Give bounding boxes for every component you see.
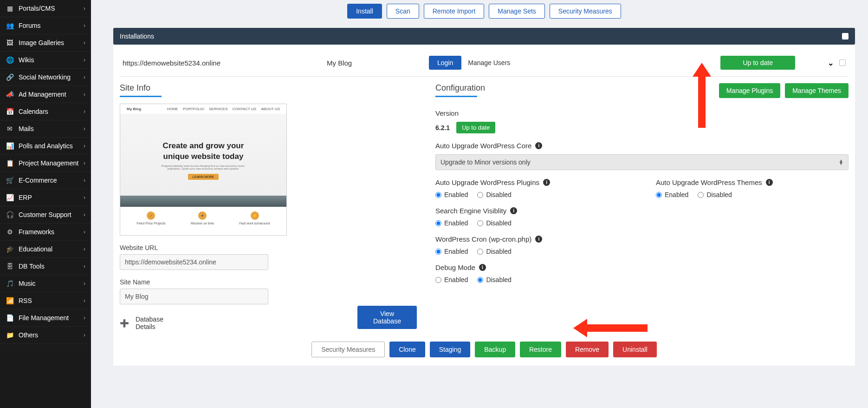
auto-themes-label: Auto Upgrade WordPress Themes (656, 178, 762, 186)
chevron-right-icon: › (84, 22, 85, 29)
sidebar-item-label: Wikis (19, 56, 34, 64)
sidebar-item-calendars[interactable]: 📅Calendars› (0, 103, 91, 120)
auto-themes-disabled-radio[interactable]: Disabled (698, 191, 732, 198)
chevron-right-icon: › (84, 211, 85, 218)
clone-button[interactable]: Clone (389, 342, 425, 357)
chevron-right-icon: › (84, 297, 85, 304)
staging-button[interactable]: Staging (430, 342, 470, 357)
sidebar-item-ecommerce[interactable]: 🛒E-Commerce› (0, 172, 91, 189)
tab-remote-import[interactable]: Remote Import (424, 4, 485, 19)
chevron-right-icon: › (84, 246, 85, 252)
auto-core-select[interactable]: Upgrade to Minor versions only ▲▼ (435, 154, 849, 170)
sidebar-item-project-management[interactable]: 📋Project Management› (0, 155, 91, 172)
login-button[interactable]: Login (429, 56, 461, 70)
sidebar-item-erp[interactable]: 📈ERP› (0, 189, 91, 206)
chevron-right-icon: › (84, 57, 85, 63)
minimize-icon[interactable] (842, 33, 849, 39)
manage-users-link[interactable]: Manage Users (468, 59, 510, 66)
info-icon[interactable]: i (543, 179, 550, 186)
tab-scan[interactable]: Scan (387, 4, 419, 19)
select-checkbox[interactable] (839, 59, 846, 66)
chevron-right-icon: › (84, 5, 85, 12)
restore-button[interactable]: Restore (520, 342, 561, 357)
uptodate-button[interactable]: Up to date (720, 56, 795, 70)
info-icon[interactable]: i (510, 207, 517, 214)
grad-cap-icon: 🎓 (6, 245, 14, 253)
install-url[interactable]: https://demowebsite5234.online (123, 59, 327, 67)
sidebar-item-rss[interactable]: 📶RSS› (0, 292, 91, 309)
auto-plugins-disabled-radio[interactable]: Disabled (477, 191, 511, 198)
info-icon[interactable]: i (766, 179, 773, 186)
uninstall-button[interactable]: Uninstall (613, 342, 657, 357)
preview-menu: HOME PORTFOLIO SERVICES CONTACT US ABOUT… (163, 107, 280, 111)
chevron-right-icon: › (84, 315, 85, 321)
megaphone-icon: 📣 (6, 90, 14, 99)
sidebar-item-mails[interactable]: ✉Mails› (0, 120, 91, 138)
view-database-button[interactable]: View Database (357, 306, 417, 329)
database-details-toggle[interactable]: ➕ Database Details (120, 316, 181, 330)
website-url-input[interactable] (120, 254, 268, 270)
site-name-input[interactable] (120, 289, 268, 304)
rss-icon: 📶 (6, 296, 14, 305)
sidebar-item-image-galleries[interactable]: 🖼Image Galleries› (0, 34, 91, 52)
security-measures-button[interactable]: Security Measures (311, 342, 385, 357)
sidebar-item-educational[interactable]: 🎓Educational› (0, 241, 91, 258)
tab-security-measures[interactable]: Security Measures (550, 4, 621, 19)
info-icon[interactable]: i (535, 142, 542, 149)
clipboard-icon: 📋 (6, 159, 14, 167)
sidebar-item-others[interactable]: 📁Others› (0, 327, 91, 344)
share-icon: 🔗 (6, 73, 14, 81)
auto-plugins-enabled-radio[interactable]: Enabled (435, 191, 468, 198)
seo-disabled-radio[interactable]: Disabled (477, 219, 511, 227)
sidebar-item-label: Music (19, 280, 36, 287)
chevron-right-icon: › (84, 332, 85, 338)
info-icon[interactable]: i (535, 236, 542, 243)
gear-icon: ⚙ (6, 228, 14, 236)
cron-enabled-radio[interactable]: Enabled (435, 248, 468, 255)
backup-button[interactable]: Backup (475, 342, 515, 357)
installation-card: https://demowebsite5234.online My Blog L… (113, 45, 855, 366)
bar-chart-icon: 📊 (6, 142, 14, 150)
music-icon: 🎵 (6, 279, 14, 288)
layout-grid-icon: ▦ (6, 4, 14, 13)
site-info-panel: Site Info My Blog HOME PORTFOLIO SERVICE… (120, 83, 417, 330)
configuration-panel: Configuration Manage Plugins Manage Them… (435, 83, 849, 330)
calendar-icon: 📅 (6, 107, 14, 116)
installations-header: Installations (113, 28, 855, 45)
sidebar-item-customer-support[interactable]: 🎧Customer Support› (0, 206, 91, 224)
auto-plugins-label: Auto Upgrade WordPress Plugins (435, 178, 539, 186)
globe-icon: 🌐 (6, 56, 14, 64)
sidebar-item-wikis[interactable]: 🌐Wikis› (0, 52, 91, 69)
info-icon[interactable]: i (479, 264, 486, 271)
remove-button[interactable]: Remove (566, 342, 609, 357)
sidebar-item-portals-cms[interactable]: ▦Portals/CMS› (0, 0, 91, 17)
auto-themes-enabled-radio[interactable]: Enabled (656, 191, 688, 198)
sidebar-item-polls-analytics[interactable]: 📊Polls and Analytics› (0, 138, 91, 155)
sidebar-item-label: Ad Management (19, 91, 66, 98)
sidebar-item-music[interactable]: 🎵Music› (0, 275, 91, 292)
debug-disabled-radio[interactable]: Disabled (477, 276, 511, 283)
sidebar-item-ad-management[interactable]: 📣Ad Management› (0, 86, 91, 103)
sidebar-item-db-tools[interactable]: 🗄DB Tools› (0, 258, 91, 275)
sidebar-item-forums[interactable]: 👥Forums› (0, 17, 91, 34)
sidebar-item-file-management[interactable]: 📄File Management› (0, 309, 91, 327)
cron-disabled-radio[interactable]: Disabled (477, 248, 511, 255)
sidebar-item-label: Educational (19, 245, 52, 253)
tab-install[interactable]: Install (347, 4, 382, 19)
manage-plugins-button[interactable]: Manage Plugins (719, 83, 780, 98)
sidebar-item-social-networking[interactable]: 🔗Social Networking› (0, 69, 91, 86)
version-number: 6.2.1 (435, 124, 450, 132)
tab-manage-sets[interactable]: Manage Sets (489, 4, 545, 19)
chevron-down-icon[interactable]: ⌄ (828, 59, 834, 67)
site-name-label: Site Name (120, 278, 417, 286)
chevron-right-icon: › (84, 125, 85, 132)
sidebar: ▦Portals/CMS› 👥Forums› 🖼Image Galleries›… (0, 0, 91, 408)
debug-enabled-radio[interactable]: Enabled (435, 276, 468, 283)
manage-themes-button[interactable]: Manage Themes (785, 83, 849, 98)
section-title: Installations (120, 33, 154, 40)
main-content: Install Scan Remote Import Manage Sets S… (91, 0, 868, 408)
chevron-right-icon: › (84, 74, 85, 80)
seo-enabled-radio[interactable]: Enabled (435, 219, 468, 227)
folder-icon: 📁 (6, 331, 14, 339)
sidebar-item-frameworks[interactable]: ⚙Frameworks› (0, 224, 91, 241)
